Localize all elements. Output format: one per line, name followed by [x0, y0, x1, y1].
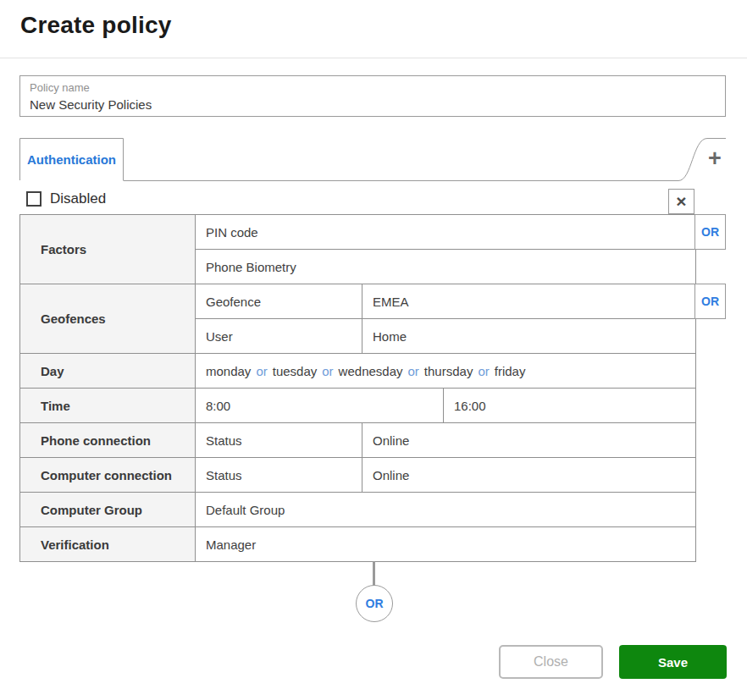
- policy-name-value: New Security Policies: [30, 97, 152, 112]
- computer-group-value[interactable]: Default Group: [196, 493, 696, 527]
- close-icon: ×: [676, 192, 686, 210]
- or-label: OR: [701, 295, 719, 308]
- policy-name-label: Policy name: [30, 81, 90, 94]
- day-monday: monday: [206, 364, 251, 378]
- geofence-value[interactable]: EMEA: [362, 284, 696, 319]
- create-policy-dialog: Create policy Policy name New Security P…: [0, 0, 747, 700]
- group-connector-line: [373, 561, 375, 586]
- tab-authentication-label: Authentication: [27, 152, 116, 167]
- day-thursday: thursday: [424, 364, 473, 378]
- row-label-verification: Verification: [20, 527, 196, 562]
- geofences-or-toggle[interactable]: OR: [694, 284, 726, 319]
- disabled-checkbox[interactable]: Disabled: [26, 190, 106, 208]
- group-or-connector[interactable]: OR: [356, 585, 393, 622]
- table-row: Day mondayortuesdayorwednesdayorthursday…: [20, 354, 696, 389]
- group-or-label: OR: [366, 597, 384, 610]
- or-label: OR: [701, 225, 719, 239]
- disabled-checkbox-label: Disabled: [50, 190, 106, 207]
- row-label-geofences: Geofences: [20, 284, 196, 354]
- page-title: Create policy: [20, 12, 171, 39]
- day-or-separator: or: [408, 364, 419, 378]
- verification-value[interactable]: Manager: [196, 527, 696, 562]
- checkbox-box-icon: [26, 191, 42, 207]
- table-row: Computer connection Status Online: [20, 458, 696, 493]
- close-button[interactable]: Close: [499, 645, 603, 679]
- day-tuesday: tuesday: [273, 364, 318, 378]
- row-label-time: Time: [20, 389, 196, 423]
- day-or-separator: or: [322, 364, 333, 378]
- day-friday: friday: [495, 364, 526, 378]
- phone-connection-value[interactable]: Online: [362, 423, 696, 458]
- factors-or-toggle[interactable]: OR: [694, 214, 726, 250]
- row-label-computer-connection: Computer connection: [20, 458, 196, 493]
- row-label-computer-group: Computer Group: [20, 493, 196, 527]
- day-or-separator: or: [478, 364, 489, 378]
- phone-connection-key[interactable]: Status: [196, 423, 362, 458]
- computer-connection-key[interactable]: Status: [196, 458, 362, 493]
- table-row: Computer Group Default Group: [20, 493, 696, 527]
- close-panel-button[interactable]: ×: [668, 189, 694, 214]
- time-to[interactable]: 16:00: [444, 389, 696, 423]
- geofence-key[interactable]: Geofence: [196, 284, 362, 319]
- day-value[interactable]: mondayortuesdayorwednesdayorthursdayorfr…: [196, 354, 696, 389]
- row-label-factors: Factors: [20, 215, 196, 284]
- factors-value-phone-biometry[interactable]: Phone Biometry: [196, 250, 696, 284]
- table-row: Time 8:00 16:00: [20, 389, 696, 423]
- geofence-user-value[interactable]: Home: [362, 319, 696, 354]
- row-label-phone-connection: Phone connection: [20, 423, 196, 458]
- computer-connection-value[interactable]: Online: [362, 458, 696, 493]
- add-tab-button[interactable]: +: [701, 141, 728, 175]
- plus-icon: +: [708, 147, 722, 170]
- day-or-separator: or: [256, 364, 267, 378]
- factors-value-pin-code[interactable]: PIN code: [196, 215, 696, 250]
- table-row: Geofences Geofence EMEA: [20, 284, 696, 319]
- table-row: Verification Manager: [20, 527, 696, 562]
- tab-authentication[interactable]: Authentication: [20, 139, 123, 180]
- title-divider: [0, 58, 747, 58]
- geofence-user-key[interactable]: User: [196, 319, 362, 354]
- time-from[interactable]: 8:00: [196, 389, 444, 423]
- table-row: Phone connection Status Online: [20, 423, 696, 458]
- row-label-day: Day: [20, 354, 196, 389]
- save-button[interactable]: Save: [619, 645, 727, 679]
- day-wednesday: wednesday: [339, 364, 403, 378]
- table-row: Factors PIN code: [20, 215, 696, 250]
- policy-name-field[interactable]: Policy name New Security Policies: [19, 75, 726, 117]
- rule-table: Factors PIN code Phone Biometry Geofence…: [19, 214, 696, 562]
